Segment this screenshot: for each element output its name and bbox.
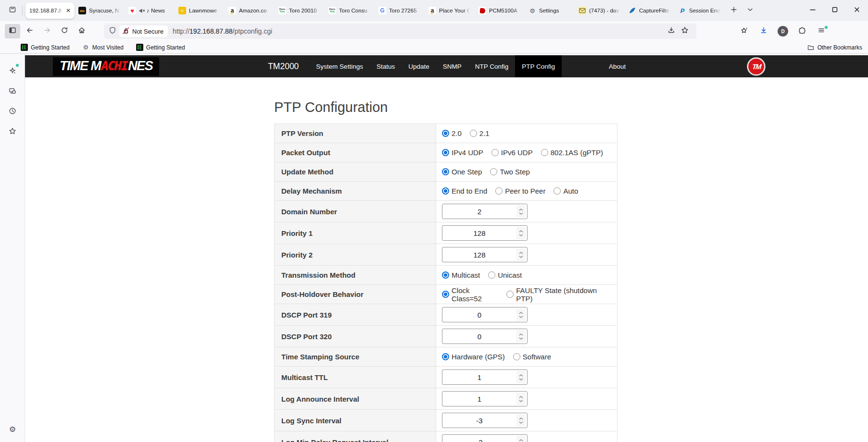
- spinner-down-icon[interactable]: [519, 212, 523, 215]
- bookmark-item[interactable]: Getting Started: [136, 44, 185, 51]
- number-input[interactable]: -3: [442, 413, 528, 428]
- number-spinner[interactable]: [516, 330, 526, 343]
- bookmark-item[interactable]: ⚙Most Visited: [82, 44, 124, 51]
- sidebars-star-button[interactable]: [737, 24, 752, 38]
- browser-tab[interactable]: PartsTreeToro 20010: [275, 2, 325, 19]
- browser-tab[interactable]: (7473) - dav: [575, 2, 625, 19]
- browser-tab[interactable]: ≡Lawnmowe: [175, 2, 225, 19]
- number-input[interactable]: 0: [442, 307, 528, 322]
- radio-button-selected[interactable]: [442, 149, 449, 156]
- sidebar-settings-button[interactable]: ⚙: [4, 421, 21, 437]
- number-spinner[interactable]: [516, 414, 526, 427]
- spinner-down-icon[interactable]: [519, 316, 523, 318]
- number-spinner[interactable]: [516, 436, 526, 442]
- nav-item-ntp-config[interactable]: NTP Config: [468, 55, 516, 77]
- spinner-up-icon[interactable]: [519, 333, 523, 336]
- number-spinner[interactable]: [516, 205, 526, 218]
- number-input[interactable]: 128: [442, 247, 528, 262]
- radio-button-selected[interactable]: [442, 130, 449, 137]
- reload-button[interactable]: [57, 24, 72, 38]
- number-input[interactable]: 1: [442, 369, 528, 385]
- radio-option[interactable]: IPv4 UDP: [442, 148, 483, 157]
- browser-tab[interactable]: PartsTreeToro Consu: [325, 2, 375, 19]
- radio-button[interactable]: [488, 271, 495, 279]
- radio-option[interactable]: 2.0: [442, 129, 462, 137]
- spinner-down-icon[interactable]: [519, 378, 523, 381]
- other-bookmarks[interactable]: Other Bookmarks: [807, 44, 862, 51]
- spinner-up-icon[interactable]: [519, 209, 523, 211]
- new-tab-button[interactable]: [727, 3, 741, 18]
- radio-option[interactable]: Clock Class=52: [442, 286, 498, 303]
- address-bar[interactable]: Not Secure http://192.168.87.88/ptpconfi…: [104, 24, 696, 39]
- spinner-down-icon[interactable]: [519, 400, 523, 402]
- radio-button[interactable]: [541, 149, 548, 156]
- number-spinner[interactable]: [516, 393, 526, 405]
- spinner-down-icon[interactable]: [519, 337, 523, 340]
- browser-tab[interactable]: PSession End: [675, 2, 725, 19]
- bookmark-page-button[interactable]: [678, 24, 692, 38]
- nav-item-ptp-config[interactable]: PTP Config: [515, 55, 562, 77]
- radio-button[interactable]: [495, 187, 503, 195]
- nav-item-update[interactable]: Update: [402, 55, 436, 77]
- nav-item-snmp[interactable]: SNMP: [436, 55, 468, 77]
- sidebar-history-button[interactable]: [4, 103, 21, 119]
- radio-button-selected[interactable]: [442, 187, 449, 195]
- number-spinner[interactable]: [516, 308, 526, 321]
- sidebar-synced-tabs-button[interactable]: [4, 83, 21, 99]
- maximize-button[interactable]: [824, 0, 846, 21]
- radio-button[interactable]: [513, 353, 520, 360]
- spinner-up-icon[interactable]: [519, 252, 523, 254]
- radio-button[interactable]: [491, 149, 499, 156]
- sidebar-toggle-button[interactable]: [5, 24, 20, 38]
- browser-tab[interactable]: wuSyracuse, N: [75, 2, 125, 19]
- back-button[interactable]: [22, 24, 38, 38]
- nav-item-status[interactable]: Status: [370, 55, 402, 77]
- radio-option[interactable]: Unicast: [488, 271, 522, 279]
- radio-option[interactable]: FAULTY State (shutdown PTP): [506, 286, 609, 303]
- number-input[interactable]: 1: [442, 391, 528, 406]
- radio-option[interactable]: 802.1AS (gPTP): [541, 148, 603, 157]
- radio-button[interactable]: [490, 168, 497, 175]
- number-spinner[interactable]: [516, 227, 526, 239]
- timemachines-logo[interactable]: TIME MACHINES: [53, 57, 159, 76]
- browser-tab[interactable]: aAmazon.co: [225, 2, 275, 19]
- radio-option[interactable]: End to End: [442, 187, 487, 195]
- browser-tab[interactable]: ♥♪ News: [125, 2, 175, 19]
- radio-button-selected[interactable]: [442, 353, 449, 360]
- browser-tab[interactable]: ⚙Settings: [525, 2, 575, 19]
- browser-tab[interactable]: GToro 27265: [375, 2, 425, 19]
- tm-circle-logo[interactable]: TM: [747, 58, 765, 75]
- number-input[interactable]: -2: [442, 434, 528, 442]
- radio-option[interactable]: One Step: [442, 168, 482, 176]
- close-button[interactable]: [846, 0, 868, 21]
- browser-tab-active[interactable]: 192.168.87.8✕: [25, 2, 75, 19]
- spinner-up-icon[interactable]: [519, 312, 523, 314]
- radio-button-selected[interactable]: [442, 271, 449, 279]
- spinner-up-icon[interactable]: [519, 374, 523, 377]
- not-secure-badge[interactable]: Not Secure: [119, 25, 168, 37]
- radio-option[interactable]: Multicast: [442, 271, 480, 279]
- spinner-up-icon[interactable]: [519, 396, 523, 398]
- radio-option[interactable]: Peer to Peer: [495, 187, 545, 195]
- browser-tab[interactable]: PCM5100A: [475, 2, 525, 19]
- minimize-button[interactable]: [802, 0, 824, 21]
- bookmark-item[interactable]: Getting Started: [21, 44, 70, 51]
- nav-item-system-settings[interactable]: System Settings: [309, 55, 370, 77]
- radio-option[interactable]: Auto: [554, 187, 578, 195]
- browser-tab[interactable]: CaptureFilte: [625, 2, 675, 19]
- account-button[interactable]: D: [775, 24, 791, 38]
- tab-close-icon[interactable]: ✕: [66, 7, 71, 14]
- radio-button[interactable]: [554, 187, 561, 195]
- number-input[interactable]: 2: [442, 204, 528, 219]
- spinner-up-icon[interactable]: [519, 417, 523, 420]
- nav-item-about[interactable]: About: [602, 55, 632, 77]
- spinner-down-icon[interactable]: [519, 234, 523, 236]
- forward-button[interactable]: [39, 24, 55, 38]
- spinner-down-icon[interactable]: [519, 421, 523, 424]
- downloads-button[interactable]: [756, 24, 771, 38]
- list-tabs-button[interactable]: [743, 3, 757, 18]
- number-input[interactable]: 0: [442, 329, 528, 344]
- radio-option[interactable]: IPv6 UDP: [491, 148, 533, 157]
- spinner-down-icon[interactable]: [519, 256, 523, 258]
- browser-tab[interactable]: aPlace Your O: [425, 2, 475, 19]
